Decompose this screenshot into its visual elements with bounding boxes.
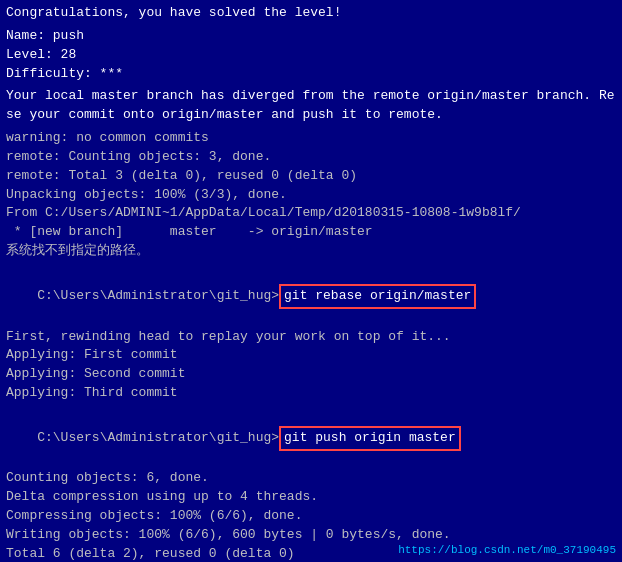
cmd2-prompt: C:\Users\Administrator\git_hug>: [37, 430, 279, 445]
line-apply1: Applying: First commit: [6, 346, 616, 365]
line-difficulty: Difficulty: ***: [6, 65, 616, 84]
line-level: Level: 28: [6, 46, 616, 65]
line-apply2: Applying: Second commit: [6, 365, 616, 384]
line-counting: Counting objects: 6, done.: [6, 469, 616, 488]
line-apply3: Applying: Third commit: [6, 384, 616, 403]
cmd1-command: git rebase origin/master: [279, 284, 476, 309]
line-remote2: remote: Total 3 (delta 0), reused 0 (del…: [6, 167, 616, 186]
line-compress: Compressing objects: 100% (6/6), done.: [6, 507, 616, 526]
line-branch: * [new branch] master -> origin/master: [6, 223, 616, 242]
line-writing: Writing objects: 100% (6/6), 600 bytes |…: [6, 526, 616, 545]
line-info1: Your local master branch has diverged fr…: [6, 87, 616, 106]
line-congrats: Congratulations, you have solved the lev…: [6, 4, 616, 23]
line-rebase1: First, rewinding head to replay your wor…: [6, 328, 616, 347]
line-remote1: remote: Counting objects: 3, done.: [6, 148, 616, 167]
line-from: From C:/Users/ADMINI~1/AppData/Local/Tem…: [6, 204, 616, 223]
terminal-window: Congratulations, you have solved the lev…: [0, 0, 622, 562]
cmd2-command: git push origin master: [279, 426, 461, 451]
line-chinese: 系统找不到指定的路径。: [6, 242, 616, 261]
line-cmd1: C:\Users\Administrator\git_hug>git rebas…: [6, 265, 616, 328]
line-cmd2: C:\Users\Administrator\git_hug>git push …: [6, 407, 616, 470]
line-warning: warning: no common commits: [6, 129, 616, 148]
line-unpack: Unpacking objects: 100% (3/3), done.: [6, 186, 616, 205]
line-delta-compress: Delta compression using up to 4 threads.: [6, 488, 616, 507]
line-name: Name: push: [6, 27, 616, 46]
line-info2: se your commit onto origin/master and pu…: [6, 106, 616, 125]
cmd1-prompt: C:\Users\Administrator\git_hug>: [37, 288, 279, 303]
watermark: https://blog.csdn.net/m0_37190495: [398, 544, 616, 556]
